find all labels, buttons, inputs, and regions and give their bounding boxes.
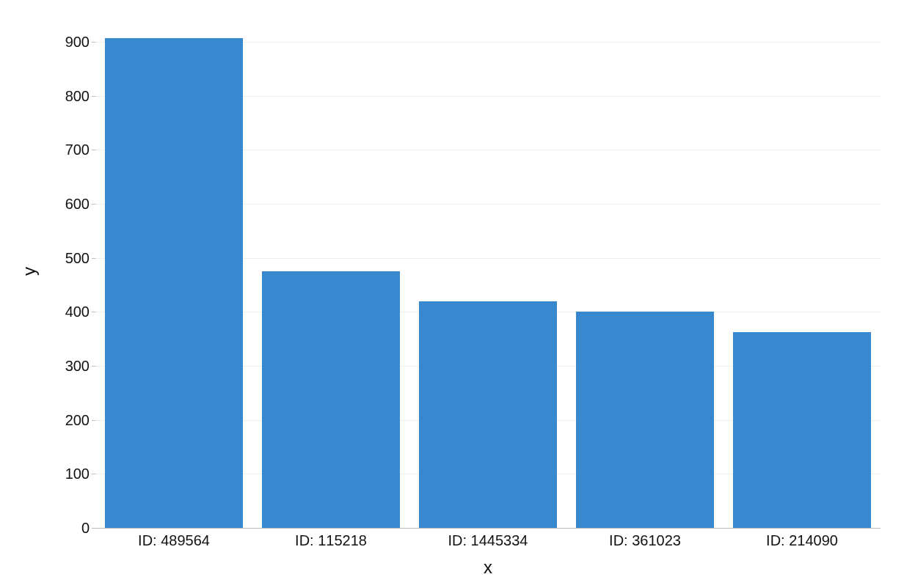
y-axis-title: y <box>19 267 40 276</box>
y-tick-label: 0 <box>53 520 90 537</box>
x-axis-title: x <box>484 557 492 578</box>
plot-area <box>95 15 881 529</box>
y-tick-label: 100 <box>53 466 90 482</box>
y-tick-label: 800 <box>53 87 90 104</box>
y-axis-tick <box>92 150 95 150</box>
y-axis-tick <box>92 312 95 312</box>
bar <box>105 38 243 528</box>
bar-chart: y x 0100200300400500600700800900ID: 4895… <box>0 0 904 588</box>
bar <box>576 312 714 528</box>
y-axis-tick <box>92 528 95 529</box>
y-axis-tick <box>92 258 95 259</box>
bar <box>262 271 400 528</box>
x-tick-label: ID: 115218 <box>295 532 367 549</box>
x-tick-label: ID: 1445334 <box>448 532 528 549</box>
y-axis-tick <box>92 96 95 97</box>
x-tick-label: ID: 361023 <box>609 532 681 549</box>
x-tick-label: ID: 489564 <box>138 532 210 549</box>
bar <box>419 301 557 528</box>
y-tick-label: 600 <box>53 195 90 212</box>
y-axis-tick <box>92 420 95 421</box>
y-axis-tick <box>92 474 95 474</box>
y-tick-label: 700 <box>53 142 90 158</box>
y-tick-label: 200 <box>53 411 90 428</box>
y-axis-tick <box>92 366 95 367</box>
y-axis-tick <box>92 42 95 43</box>
y-tick-label: 500 <box>53 249 90 266</box>
y-tick-label: 400 <box>53 304 90 320</box>
y-tick-label: 300 <box>53 357 90 374</box>
x-tick-label: ID: 214090 <box>766 532 838 549</box>
y-axis-tick <box>92 204 95 205</box>
bar <box>733 332 871 528</box>
y-tick-label: 900 <box>53 33 90 50</box>
